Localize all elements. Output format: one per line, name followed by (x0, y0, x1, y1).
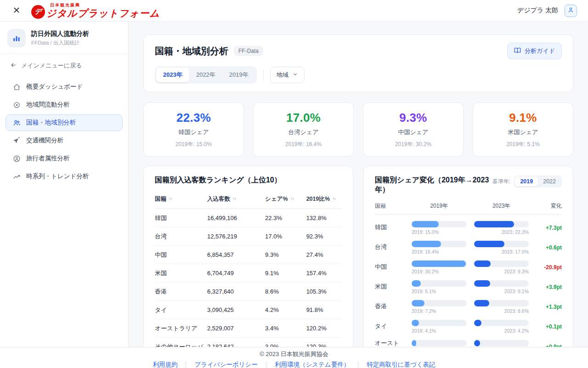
ranking-column-header-1[interactable]: 入込客数 (207, 192, 265, 209)
table-cell: 中国 (155, 246, 207, 264)
bar-2023-label: 2023: 4.2% (474, 328, 529, 334)
app-window: デ 日本観光振興 ジタルプラットフォーム デジプラ 太郎 訪日外国人流動分析 F… (0, 0, 588, 368)
stat-card-2: 9.3% 中国シェア 2019年: 30.2% (363, 102, 464, 157)
region-dropdown[interactable]: 地域 (270, 67, 305, 83)
table-cell: 2,529,007 (207, 319, 265, 338)
bar-2019-label: 2019: 15.0% (412, 229, 467, 235)
sidebar-item-label: 国籍・地域別分析 (26, 119, 76, 127)
stat-card-1: 17.0% 台湾シェア 2019年: 16.4% (253, 102, 354, 157)
back-to-main-menu-link[interactable]: メインメニューに戻る (0, 60, 128, 77)
sidebar-item-5[interactable]: 時系列・トレンド分析 (6, 168, 123, 185)
page-header-card: 国籍・地域別分析 FF-Data 分析ガイド 2023年 2022年 2019年… (143, 34, 573, 92)
ranking-table-body: 韓国16,499,10622.3%132.8%台湾12,576,21917.0%… (155, 209, 342, 347)
trend-icon (12, 172, 21, 181)
bar-2023-track (474, 260, 529, 267)
base-year-option-1[interactable]: 2022 (538, 176, 561, 187)
bar-2023-label: 2023: 8.6% (474, 308, 529, 314)
sort-icon (332, 196, 337, 203)
share-row: タイ 2019: 4.1% 2023: 4.2% +0.1pt (375, 317, 562, 336)
footer-link-separator (266, 362, 266, 368)
ranking-column-header-2[interactable]: シェア% (265, 192, 306, 209)
bar-2019-track (412, 320, 467, 326)
bar-2023-label: 2023: 22.3% (474, 229, 529, 235)
footer-links: 利用規約 プライバシーポリシー 利用環境（システム要件） 特定商取引に基づく表記 (0, 361, 588, 368)
footer: © 2023 日本観光振興協会 利用規約 プライバシーポリシー 利用環境（システ… (0, 347, 588, 368)
share-change-title: 国籍別シェア変化（2019年→2023年） (375, 176, 492, 195)
footer-link-1[interactable]: プライバシーポリシー (194, 361, 258, 368)
share-change-value: +1.3pt (536, 304, 562, 310)
year-tab-1[interactable]: 2022年 (189, 68, 222, 82)
share-col-2019: 2019年 (412, 202, 467, 210)
table-cell: 4.2% (265, 301, 306, 319)
close-button[interactable] (11, 5, 22, 16)
table-cell: 9.1% (265, 264, 306, 283)
analysis-guide-button[interactable]: 分析ガイド (507, 43, 562, 59)
sidebar-item-1[interactable]: 地域間流動分析 (6, 96, 123, 113)
table-cell: 120.3% (306, 338, 342, 347)
share-country: オーストラリア (375, 340, 404, 347)
table-cell: 8.6% (265, 283, 306, 301)
user-icon (567, 6, 574, 15)
footer-link-2[interactable]: 利用環境（システム要件） (275, 361, 350, 368)
table-cell: 6,704,749 (207, 264, 265, 283)
year-tab-2[interactable]: 2019年 (222, 68, 255, 82)
table-cell: 105.3% (306, 283, 342, 301)
sidebar-item-2[interactable]: 国籍・地域別分析 (6, 114, 123, 131)
sort-icon (290, 196, 295, 203)
person-icon (12, 154, 21, 163)
sidebar-app-header: 訪日外国人流動分析 FFData / 出入国統計 (0, 28, 128, 54)
bar-2019-label: 2019: 30.2% (412, 269, 467, 274)
chevron-down-icon (292, 71, 298, 79)
sidebar-item-0[interactable]: 概要ダッシュボード (6, 79, 123, 95)
table-cell: 3.0% (265, 338, 306, 347)
topbar: デ 日本観光振興 ジタルプラットフォーム デジプラ 太郎 (0, 0, 588, 22)
bar-2023-track (474, 241, 529, 247)
bar-2023-label: 2023: 9.3% (474, 269, 529, 274)
sidebar-app-subtitle: FFData / 出入国統計 (31, 40, 89, 46)
sidebar-item-3[interactable]: 交通機関分析 (6, 132, 123, 149)
app-logo[interactable]: デ 日本観光振興 ジタルプラットフォーム (31, 2, 160, 18)
sidebar-item-label: 時系列・トレンド分析 (26, 172, 89, 181)
ranking-table-head: 国籍入込客数シェア%2019比% (155, 192, 342, 209)
bar-2023-label: 2023: 17.0% (474, 249, 529, 255)
bar-2023 (474, 300, 490, 306)
pin-icon (12, 101, 21, 109)
footer-link-0[interactable]: 利用規約 (153, 361, 177, 368)
table-cell: 132.8% (306, 209, 342, 227)
region-dropdown-label: 地域 (277, 71, 288, 79)
footer-link-separator (186, 362, 186, 368)
bar-2019-label: 2019: 4.1% (412, 328, 467, 334)
share-change-value: +3.9pt (536, 284, 562, 290)
bar-2019 (412, 241, 441, 247)
ranking-panel: 国籍別入込客数ランキング（上位10） 国籍入込客数シェア%2019比% 韓国16… (143, 166, 353, 347)
table-row: 韓国16,499,10622.3%132.8% (155, 209, 342, 227)
bar-2023 (474, 241, 505, 247)
footer-link-3[interactable]: 特定商取引に基づく表記 (367, 361, 435, 368)
sidebar-item-label: 交通機関分析 (26, 136, 63, 145)
base-year-option-0[interactable]: 2019 (515, 176, 538, 187)
share-row: 韓国 2019: 15.0% 2023: 22.3% +7.3pt (375, 218, 562, 238)
year-tab-0[interactable]: 2023年 (156, 68, 189, 82)
table-row: 米国6,704,7499.1%157.4% (155, 264, 342, 283)
base-year-toggle: 2019 2022 (514, 176, 562, 187)
share-change-value: +0.1pt (536, 323, 562, 330)
user-account-button[interactable] (565, 5, 577, 17)
sidebar-divider (0, 54, 128, 54)
share-row: 香港 2019: 7.2% 2023: 8.6% +1.3pt (375, 297, 562, 317)
bar-2023 (474, 320, 481, 326)
stat-card-0: 22.3% 韓国シェア 2019年: 15.0% (143, 102, 244, 157)
bar-2023-label: 2023: 9.1% (474, 289, 529, 294)
back-link-label: メインメニューに戻る (21, 62, 82, 70)
stat-value: 22.3% (148, 111, 239, 125)
bar-2019-label: 2019: 7.2% (412, 308, 467, 314)
people-icon (12, 119, 21, 127)
ranking-column-header-0[interactable]: 国籍 (155, 192, 207, 209)
bar-2019 (412, 221, 439, 227)
stat-label: 台湾シェア (258, 128, 349, 136)
share-country: 台湾 (375, 243, 404, 251)
bar-2019-track (412, 221, 467, 227)
sidebar-item-4[interactable]: 旅行者属性分析 (6, 150, 123, 167)
ranking-column-header-3[interactable]: 2019比% (306, 192, 342, 209)
bar-2023-track (474, 221, 529, 227)
table-cell: 27.4% (306, 246, 342, 264)
